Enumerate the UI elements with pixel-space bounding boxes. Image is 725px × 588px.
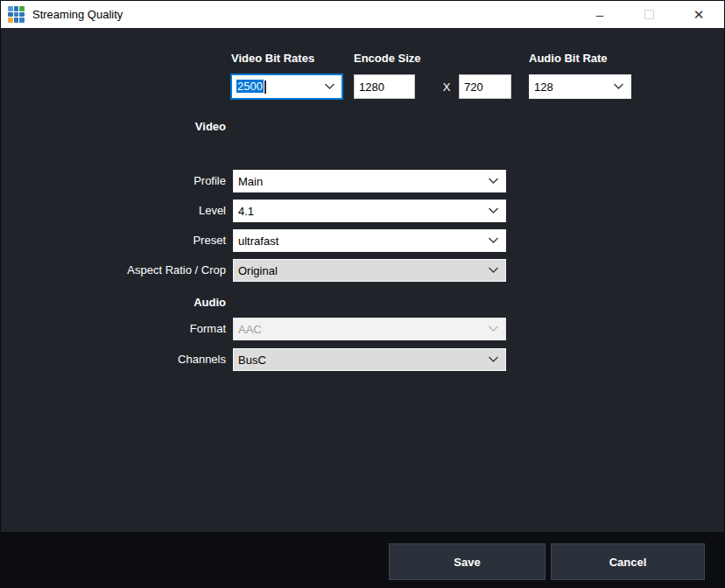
- minimize-icon: –: [596, 7, 603, 22]
- aspect-ratio-crop-value: Original: [234, 264, 488, 277]
- close-icon: ✕: [693, 7, 705, 23]
- profile-label: Profile: [27, 174, 226, 188]
- maximize-button[interactable]: [635, 1, 663, 28]
- video-bit-rate-combobox[interactable]: 2500: [231, 74, 342, 99]
- video-bit-rate-value: 2500: [232, 80, 324, 94]
- format-combobox: AAC: [233, 318, 506, 340]
- preset-label: Preset: [27, 234, 226, 248]
- level-value: 4.1: [234, 205, 488, 218]
- app-logo-icon: [8, 6, 25, 23]
- save-button[interactable]: Save: [389, 543, 546, 580]
- chevron-down-icon: [613, 83, 624, 90]
- preset-value: ultrafast: [234, 234, 488, 248]
- format-label: Format: [27, 322, 226, 336]
- channels-label: Channels: [27, 353, 226, 367]
- chevron-down-icon: [488, 326, 499, 332]
- profile-combobox[interactable]: Main: [233, 170, 506, 192]
- encode-height-input[interactable]: [459, 74, 511, 99]
- maximize-icon: [644, 10, 654, 19]
- audio-section-heading: Audio: [27, 296, 226, 310]
- encode-size-label: Encode Size: [354, 52, 421, 66]
- format-value: AAC: [234, 323, 488, 336]
- video-bit-rates-label: Video Bit Rates: [231, 52, 314, 66]
- close-button[interactable]: ✕: [685, 1, 713, 28]
- chevron-down-icon: [488, 356, 499, 363]
- chevron-down-icon: [488, 207, 499, 214]
- chevron-down-icon: [488, 178, 499, 185]
- channels-combobox[interactable]: BusC: [233, 348, 506, 371]
- audio-bit-rate-combobox[interactable]: 128: [529, 74, 631, 99]
- aspect-ratio-crop-label: Aspect Ratio / Crop: [27, 263, 226, 277]
- aspect-ratio-crop-combobox[interactable]: Original: [233, 259, 506, 282]
- footer-bar: Save Cancel: [1, 532, 724, 588]
- text-caret: [264, 80, 266, 94]
- window-title: Streaming Quality: [32, 8, 123, 21]
- encode-size-separator: X: [438, 80, 455, 94]
- title-bar: Streaming Quality – ✕: [1, 1, 724, 28]
- audio-bit-rate-label: Audio Bit Rate: [529, 52, 608, 66]
- streaming-quality-dialog: Streaming Quality – ✕ Video Bit Rates En…: [0, 0, 725, 588]
- audio-bit-rate-value: 128: [530, 80, 613, 94]
- preset-combobox[interactable]: ultrafast: [233, 229, 506, 252]
- encode-width-input[interactable]: [354, 74, 415, 99]
- chevron-down-icon: [324, 83, 335, 90]
- chevron-down-icon: [488, 267, 499, 274]
- chevron-down-icon: [488, 237, 499, 244]
- level-combobox[interactable]: 4.1: [233, 200, 506, 222]
- minimize-button[interactable]: –: [586, 1, 614, 28]
- level-label: Level: [27, 204, 226, 218]
- cancel-button[interactable]: Cancel: [551, 543, 705, 580]
- video-section-heading: Video: [27, 120, 226, 134]
- channels-value: BusC: [234, 354, 488, 367]
- profile-value: Main: [234, 175, 488, 188]
